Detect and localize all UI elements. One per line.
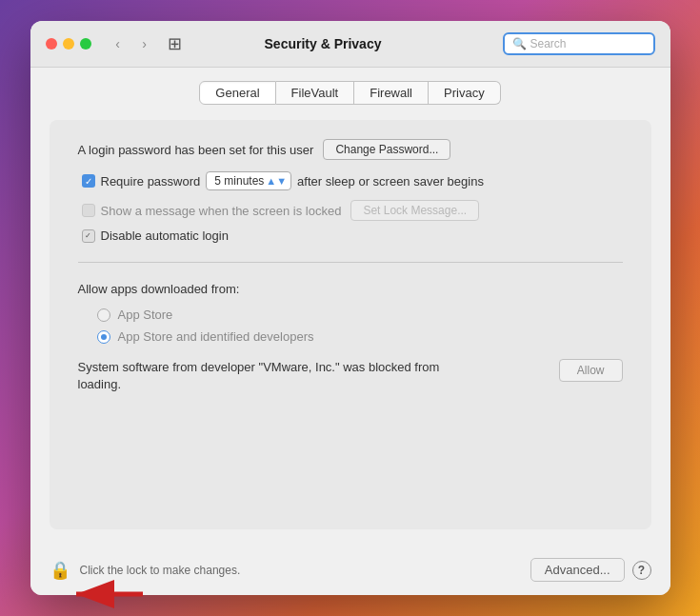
dropdown-arrow-icon: ▲▼ — [266, 177, 287, 186]
advanced-button[interactable]: Advanced... — [530, 558, 625, 582]
radio-app-store-row: App Store — [97, 308, 623, 322]
disable-auto-login-row: ✓ Disable automatic login — [82, 229, 623, 243]
nav-buttons: ‹ › — [107, 32, 156, 55]
show-message-checkbox[interactable] — [82, 204, 95, 217]
footer: 🔒 Click the lock to make changes. Advanc… — [30, 548, 670, 595]
close-button[interactable] — [46, 38, 57, 50]
show-message-label: Show a message when the screen is locked — [101, 204, 342, 218]
require-password-row: ✓ Require password 5 minutes ▲▼ after sl… — [82, 171, 623, 190]
require-password-checkbox[interactable]: ✓ — [82, 174, 95, 188]
login-row: A login password has been set for this u… — [78, 139, 623, 160]
titlebar: ‹ › ⊞ Security & Privacy 🔍 — [30, 21, 670, 68]
login-password-text: A login password has been set for this u… — [78, 143, 314, 157]
search-input[interactable] — [530, 37, 645, 50]
show-message-row: Show a message when the screen is locked… — [82, 200, 623, 221]
set-lock-message-button: Set Lock Message... — [350, 200, 479, 221]
lock-row: 🔒 Click the lock to make changes. — [50, 560, 241, 581]
radio-app-store[interactable] — [97, 308, 110, 322]
traffic-lights — [46, 38, 91, 50]
search-icon: 🔍 — [512, 37, 527, 50]
vmware-row: System software from developer "VMware, … — [78, 359, 623, 393]
red-arrow-annotation — [67, 580, 152, 595]
vmware-text: System software from developer "VMware, … — [78, 359, 459, 393]
lock-text: Click the lock to make changes. — [80, 564, 241, 577]
tab-filevault[interactable]: FileVault — [276, 81, 355, 105]
radio-app-store-label: App Store — [118, 308, 173, 322]
section-divider — [78, 262, 623, 263]
allow-button[interactable]: Allow — [559, 359, 623, 382]
login-password-section: A login password has been set for this u… — [78, 139, 623, 243]
window-title: Security & Privacy — [155, 36, 491, 51]
lock-icon: 🔒 — [50, 560, 70, 581]
disable-auto-login-checkbox[interactable]: ✓ — [82, 229, 95, 243]
password-timeout-dropdown[interactable]: 5 minutes ▲▼ — [206, 171, 291, 190]
radio-both-row: App Store and identified developers — [97, 329, 623, 344]
tab-firewall[interactable]: Firewall — [354, 81, 429, 105]
settings-panel: A login password has been set for this u… — [50, 120, 651, 529]
allow-apps-section: Allow apps downloaded from: App Store Ap… — [78, 282, 623, 393]
back-button[interactable]: ‹ — [107, 32, 130, 55]
tab-privacy[interactable]: Privacy — [429, 81, 501, 105]
window: ‹ › ⊞ Security & Privacy 🔍 General FileV… — [30, 21, 670, 595]
content-area: A login password has been set for this u… — [30, 105, 670, 548]
disable-auto-login-label: Disable automatic login — [101, 229, 229, 243]
help-button[interactable]: ? — [632, 561, 651, 580]
radio-both[interactable] — [97, 330, 110, 344]
after-sleep-label: after sleep or screen saver begins — [297, 174, 484, 189]
allow-apps-label: Allow apps downloaded from: — [78, 282, 623, 296]
require-password-label: Require password — [101, 174, 201, 189]
dropdown-value: 5 minutes — [214, 174, 264, 188]
radio-group: App Store App Store and identified devel… — [97, 308, 623, 344]
radio-both-label: App Store and identified developers — [118, 329, 314, 344]
footer-right: Advanced... ? — [530, 558, 651, 582]
forward-button[interactable]: › — [133, 32, 156, 55]
change-password-button[interactable]: Change Password... — [323, 139, 450, 160]
minimize-button[interactable] — [63, 38, 74, 50]
maximize-button[interactable] — [80, 38, 91, 50]
tab-general[interactable]: General — [199, 81, 275, 105]
search-box[interactable]: 🔍 — [503, 32, 655, 55]
tabs-row: General FileVault Firewall Privacy — [30, 68, 670, 105]
